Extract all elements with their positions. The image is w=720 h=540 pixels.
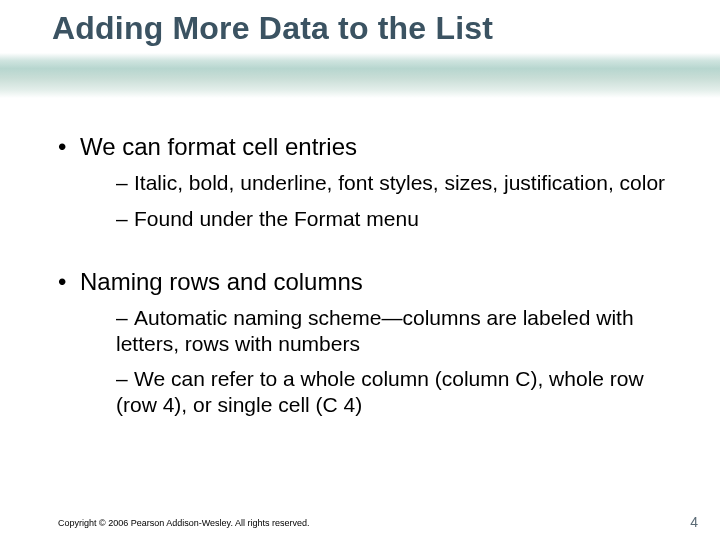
bullet-text: Italic, bold, underline, font styles, si… <box>134 171 665 194</box>
dash-icon: – <box>116 206 134 232</box>
bullet-level2: –Automatic naming scheme—columns are lab… <box>116 305 680 356</box>
bullet-text: Naming rows and columns <box>80 268 363 295</box>
bullet-level2: –Found under the Format menu <box>116 206 680 232</box>
slide-title: Adding More Data to the List <box>52 10 493 47</box>
bullet-text: Automatic naming scheme—columns are labe… <box>116 306 634 355</box>
dash-icon: – <box>116 305 134 331</box>
slide-content: •We can format cell entries –Italic, bol… <box>58 120 680 428</box>
page-number: 4 <box>690 514 698 530</box>
dash-icon: – <box>116 170 134 196</box>
slide: Adding More Data to the List •We can for… <box>0 0 720 540</box>
bullet-text: We can refer to a whole column (column C… <box>116 367 644 416</box>
bullet-level1: •We can format cell entries <box>58 132 680 162</box>
dash-icon: – <box>116 366 134 392</box>
bullet-level1: •Naming rows and columns <box>58 267 680 297</box>
bullet-dot-icon: • <box>58 132 80 162</box>
bullet-level2: –We can refer to a whole column (column … <box>116 366 680 417</box>
bullet-dot-icon: • <box>58 267 80 297</box>
bullet-text: We can format cell entries <box>80 133 357 160</box>
spacer <box>58 241 680 255</box>
bullet-level2: –Italic, bold, underline, font styles, s… <box>116 170 680 196</box>
bullet-text: Found under the Format menu <box>134 207 419 230</box>
copyright-footer: Copyright © 2006 Pearson Addison-Wesley.… <box>58 518 309 528</box>
